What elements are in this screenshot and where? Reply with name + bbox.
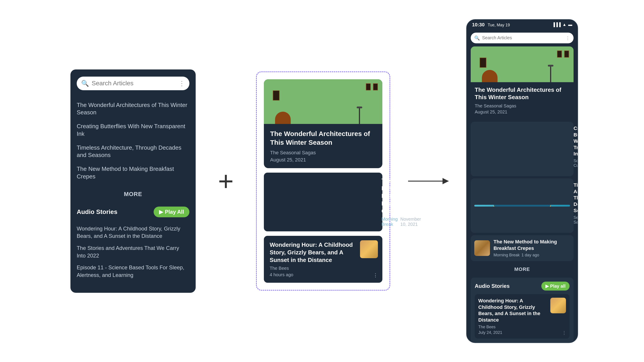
status-icons: ▐▐▐ ▲ ▬ — [552, 22, 572, 27]
phone-search-icon: 🔍 — [474, 35, 480, 41]
card-small-title-crepes: The New Method to Making Breakfast Crepe… — [382, 177, 421, 215]
card-large-source: The Seasonal Sagas — [270, 150, 376, 156]
phone-audio-section-title: Audio Stories — [475, 283, 510, 289]
phone-audio-card-info: Wondering Hour: A Childhood Story, Grizz… — [478, 298, 547, 335]
card-large-middle[interactable]: The Wonderful Architectures of This Wint… — [264, 79, 382, 168]
phone-article-meta-1: Science Culture 1 month ago — [574, 159, 578, 173]
phone-article-source-2: Seasonal Sagas — [574, 215, 578, 229]
left-panel: 🔍 ⋮ The Wonderful Architectures of This … — [70, 69, 196, 293]
article-list-left: The Wonderful Architectures of This Wint… — [77, 98, 190, 183]
phone-hero-source: The Seasonal Sagas — [475, 103, 570, 109]
article-item-left-3[interactable]: Timeless Architecture, Through Decades a… — [77, 141, 190, 162]
phone-search-input[interactable] — [482, 35, 563, 40]
middle-panel: The Wonderful Architectures of This Wint… — [256, 71, 390, 290]
phone-article-info-1: Creating Butterflies With New Transparen… — [574, 125, 578, 173]
plus-symbol: + — [218, 166, 234, 196]
phone-audio-card[interactable]: Wondering Hour: A Childhood Story, Grizz… — [475, 294, 570, 338]
audio-item-left-2[interactable]: The Stories and Adventures That We Carry… — [77, 242, 190, 261]
wifi-icon: ▲ — [562, 22, 566, 27]
search-icon-left: 🔍 — [81, 80, 89, 87]
more-button-left[interactable]: MORE — [77, 191, 190, 198]
phone-article-card-2[interactable]: Timeless Architecture, Through Decades a… — [471, 179, 574, 233]
phone-hero-title: The Wonderful Architectures of This Wint… — [475, 86, 570, 101]
phone-hero-card[interactable]: The Wonderful Architectures of This Wint… — [471, 46, 574, 119]
phone-audio-card-thumb — [550, 298, 566, 313]
phone-article-card-3[interactable]: The New Method to Making Breakfast Crepe… — [471, 235, 574, 261]
phone-audio-three-dots[interactable]: ⋮ — [562, 330, 566, 336]
play-all-button-left[interactable]: ▶ Play All — [154, 206, 190, 217]
phone-article-card-1[interactable]: Creating Butterflies With New Transparen… — [471, 122, 574, 176]
menu-dots-left[interactable]: ⋮ — [179, 80, 185, 87]
phone-article-time-3: 1 day ago — [522, 253, 539, 257]
phone-audio-section: Audio Stories ▶ Play all Wondering Hour:… — [471, 278, 574, 342]
card-large-image — [264, 79, 382, 124]
play-icon-left: ▶ — [159, 209, 163, 215]
signal-icon: ▐▐▐ — [552, 22, 560, 27]
card-audio-middle[interactable]: Wondering Hour: A Childhood Story, Grizz… — [264, 236, 382, 283]
audio-item-left-1[interactable]: Wondering Hour: A Childhood Story, Grizz… — [77, 223, 190, 242]
phone-article-title-1: Creating Butterflies With New Transparen… — [574, 125, 578, 157]
phone-play-all-button[interactable]: ▶ Play all — [541, 282, 570, 291]
phone-article-thumb-3 — [474, 240, 490, 256]
phone-article-title-2: Timeless Architecture, Through Decades a… — [574, 182, 578, 214]
article-item-left-1[interactable]: The Wonderful Architectures of This Wint… — [77, 98, 190, 120]
card-audio-thumb — [360, 240, 378, 258]
audio-section-title-left: Audio Stories — [77, 208, 118, 215]
phone-audio-card-date: July 24, 2021 — [478, 330, 547, 335]
phone-hero-image — [471, 46, 574, 82]
card-large-date: August 25, 2021 — [270, 157, 376, 163]
card-small-meta-crepes: Morning Break November 10, 2021 — [382, 217, 421, 227]
phone-content: 🔍 ⋮ — [467, 30, 578, 343]
audio-section-header-left: Audio Stories ▶ Play All — [77, 206, 190, 217]
audio-item-left-3[interactable]: Episode 11 - Science Based Tools For Sle… — [77, 261, 190, 281]
article-item-left-4[interactable]: The New Method to Making Breakfast Crepe… — [77, 162, 190, 183]
search-input-left[interactable] — [92, 80, 176, 87]
card-small-date-crepes: November 10, 2021 — [400, 217, 421, 227]
card-audio-dots[interactable]: ⋮ — [373, 272, 378, 278]
phone-article-thumb-2 — [474, 205, 570, 206]
battery-icon: ▬ — [568, 22, 572, 27]
arrow-wrap — [408, 181, 448, 181]
status-bar: 10:30 Tue, May 19 ▐▐▐ ▲ ▬ — [467, 20, 578, 30]
phone-play-icon: ▶ — [546, 283, 549, 289]
status-time: 10:30 Tue, May 19 — [472, 22, 510, 28]
article-item-left-2[interactable]: Creating Butterflies With New Transparen… — [77, 120, 190, 141]
phone-article-source-1: Science Culture — [574, 159, 578, 173]
phone-article-source-3: Morning Break — [494, 253, 520, 257]
phone-article-meta-2: Seasonal Sagas 10 days ago — [574, 215, 578, 229]
card-audio-time: 4 hours ago — [270, 272, 376, 277]
phone-audio-header: Audio Stories ▶ Play all — [475, 282, 570, 291]
right-panel-phone: 10:30 Tue, May 19 ▐▐▐ ▲ ▬ 🔍 ⋮ — [466, 19, 578, 343]
card-audio-source: The Bees — [270, 266, 376, 271]
phone-audio-card-source: The Bees — [478, 325, 547, 329]
card-large-title: The Wonderful Architectures of This Wint… — [270, 129, 376, 147]
card-small-info-crepes: The New Method to Making Breakfast Crepe… — [382, 177, 421, 227]
audio-list-left: Wondering Hour: A Childhood Story, Grizz… — [77, 223, 190, 281]
phone-audio-card-title: Wondering Hour: A Childhood Story, Grizz… — [478, 298, 547, 323]
card-small-crepes[interactable]: The New Method to Making Breakfast Crepe… — [264, 173, 382, 231]
main-container: 🔍 ⋮ The Wonderful Architectures of This … — [0, 0, 644, 362]
phone-hero-date: August 25, 2021 — [475, 109, 570, 115]
card-small-source-crepes: Morning Break — [382, 217, 398, 227]
phone-frame: 10:30 Tue, May 19 ▐▐▐ ▲ ▬ 🔍 ⋮ — [466, 19, 578, 343]
arrow-line — [408, 181, 448, 181]
phone-more-button[interactable]: MORE — [471, 263, 574, 275]
phone-article-meta-3: Morning Break 1 day ago — [494, 253, 570, 257]
search-bar-left[interactable]: 🔍 ⋮ — [77, 77, 190, 90]
phone-article-info-2: Timeless Architecture, Through Decades a… — [574, 182, 578, 229]
phone-article-title-3: The New Method to Making Breakfast Crepe… — [494, 239, 570, 251]
phone-search-bar[interactable]: 🔍 ⋮ — [471, 33, 574, 43]
phone-article-info-3: The New Method to Making Breakfast Crepe… — [494, 239, 570, 257]
phone-search-dots[interactable]: ⋮ — [566, 35, 570, 41]
